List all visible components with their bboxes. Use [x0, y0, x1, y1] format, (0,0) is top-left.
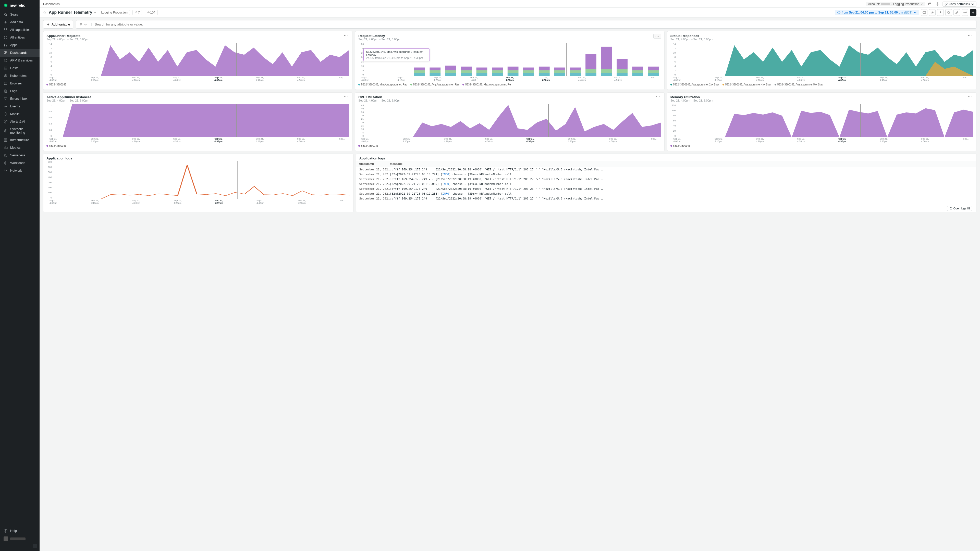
svg-rect-42: [430, 70, 441, 73]
card-title: Memory Utilization: [670, 95, 713, 99]
sidebar-item-alerts-ai[interactable]: Alerts & AI: [0, 118, 40, 125]
legend-item[interactable]: 533243300146, Avg Aws.apprunner. Request…: [410, 83, 459, 86]
k8s-icon: [3, 74, 8, 78]
table-row[interactable]: September 21, 2022…[32m[2022-09-21T20:08…: [356, 172, 976, 177]
sidebar-item-all-capabilities[interactable]: All capabilities: [0, 26, 40, 34]
account-picker[interactable]: Account: - Logging Production: [866, 2, 925, 6]
sidebar: new relic SearchAdd dataAll capabilities…: [0, 0, 40, 551]
copy-button[interactable]: [945, 9, 952, 16]
time-range-picker[interactable]: from Sep 21, 04:00 pm to Sep 21, 05:00 p…: [835, 10, 919, 15]
brand-logo[interactable]: new relic: [0, 0, 40, 10]
sidebar-item-logs[interactable]: Logs: [0, 87, 40, 95]
xaxis: Sep 21,4:00pmSep 21,4:10pmSep 21,4:20pmS…: [670, 138, 973, 143]
breadcrumb[interactable]: Dashboards: [43, 2, 60, 6]
svg-rect-81: [632, 70, 643, 73]
sidebar-item-dashboards[interactable]: Dashboards: [0, 49, 40, 57]
svg-rect-58: [508, 67, 519, 70]
card-menu[interactable]: ⋯: [343, 95, 349, 98]
legend-item[interactable]: 533243300146, Aws.apprunner.4xx Status R…: [722, 83, 771, 86]
filter-dropdown[interactable]: [76, 23, 92, 26]
work-icon: [3, 161, 8, 165]
card-menu[interactable]: ⋯: [967, 34, 973, 37]
table-row[interactable]: September 21, 2022…::ffff:169.254.175.24…: [356, 167, 976, 172]
sidebar-item-errors-inbox[interactable]: Errors inbox: [0, 95, 40, 103]
user-menu[interactable]: [0, 535, 40, 543]
search-input[interactable]: [92, 21, 976, 28]
sidebar-item-events[interactable]: Events: [0, 103, 40, 110]
download-icon: [939, 11, 942, 14]
legend-item[interactable]: 533243300146: [358, 144, 378, 147]
card-menu[interactable]: ⋯: [967, 95, 973, 98]
legend-item[interactable]: 533243300146: [46, 144, 66, 147]
open-logs-button[interactable]: Open logs UI: [947, 206, 972, 211]
sidebar-item-all-entities[interactable]: All entities: [0, 34, 40, 41]
svg-rect-68: [570, 73, 581, 76]
sidebar-item-apps[interactable]: Apps: [0, 41, 40, 49]
svg-rect-4: [6, 30, 7, 31]
sidebar-item-synthetic-monitoring[interactable]: Synthetic monitoring: [0, 125, 40, 136]
tags-chip[interactable]: 7: [132, 10, 142, 15]
main: Dashboards Account: - Logging Production…: [40, 0, 980, 551]
code-button[interactable]: [929, 9, 935, 16]
svg-rect-15: [4, 68, 7, 69]
sidebar-item-browser[interactable]: Browser: [0, 79, 40, 87]
sidebar-item-infrastructure[interactable]: Infrastructure: [0, 136, 40, 144]
nav-label: Network: [10, 169, 22, 172]
help-link[interactable]: ? Help: [0, 527, 40, 535]
card-menu[interactable]: ⋯: [344, 156, 350, 159]
legend-item[interactable]: 533243300146, Max Aws.apprunner. Request…: [463, 83, 511, 86]
legend-item[interactable]: 533243300146, Aws.apprunner.5xx Status R…: [775, 83, 823, 86]
download-button[interactable]: [937, 9, 944, 16]
sidebar-item-metrics[interactable]: Metrics: [0, 144, 40, 151]
legend-item[interactable]: 533243300146, Aws.apprunner.2xx Status R…: [670, 83, 719, 86]
svg-rect-49: [461, 67, 472, 70]
dashboard-title[interactable]: App Runner Telemetry: [49, 10, 96, 15]
sidebar-item-apm-services[interactable]: APM & services: [0, 57, 40, 64]
info-button[interactable]: ?: [935, 1, 940, 7]
copy-permalink-button[interactable]: Copy permalink: [942, 2, 977, 6]
card-menu[interactable]: ⋯: [964, 156, 970, 159]
chevron-down-icon: [971, 2, 975, 6]
sidebar-item-serverless[interactable]: Serverless: [0, 151, 40, 159]
sidebar-item-search[interactable]: Search: [0, 11, 40, 18]
svg-rect-48: [461, 70, 472, 73]
env-chip[interactable]: Logging Production: [99, 10, 130, 15]
svg-rect-56: [508, 73, 519, 76]
col-message[interactable]: message: [390, 162, 973, 165]
collapse-sidebar[interactable]: |←: [0, 543, 40, 549]
svg-rect-59: [523, 73, 534, 76]
sidebar-item-network[interactable]: Network: [0, 167, 40, 175]
sidebar-item-kubernetes[interactable]: Kubernetes: [0, 72, 40, 79]
card-menu[interactable]: ⋯: [653, 34, 661, 38]
col-timestamp[interactable]: timestamp: [360, 162, 390, 165]
table-row[interactable]: September 21, 2022…[32m[2022-09-21T20:08…: [356, 191, 976, 196]
favorite-star[interactable]: ☆: [43, 11, 46, 14]
legend-item[interactable]: 533243300146, Min Aws.apprunner. Request…: [358, 83, 407, 86]
sidebar-item-hosts[interactable]: Hosts: [0, 64, 40, 72]
sidebar-item-workloads[interactable]: Workloads: [0, 159, 40, 167]
card-menu[interactable]: ⋯: [343, 34, 349, 37]
add-widget-button[interactable]: [970, 9, 977, 16]
table-row[interactable]: September 21, 2022…::ffff:169.254.175.24…: [356, 196, 976, 201]
card-menu[interactable]: ⋯: [655, 95, 661, 98]
tv-mode-button[interactable]: [921, 9, 928, 16]
sidebar-item-mobile[interactable]: Mobile: [0, 110, 40, 118]
settings-button[interactable]: [962, 9, 968, 16]
views-chip[interactable]: 104: [145, 10, 158, 15]
nav-label: Dashboards: [10, 51, 27, 55]
legend-item[interactable]: 533243300146: [670, 144, 690, 147]
calendar-button[interactable]: [927, 1, 933, 7]
svg-rect-82: [632, 67, 643, 70]
link-icon: [944, 2, 948, 6]
cell-message: ::ffff:169.254.175.249 - - [21/Sep/2022:…: [390, 168, 973, 171]
svg-rect-78: [617, 69, 628, 73]
table-row[interactable]: September 21, 2022…::ffff:169.254.175.24…: [356, 177, 976, 182]
add-variable-button[interactable]: Add variable: [43, 20, 73, 29]
svg-rect-44: [445, 73, 456, 76]
svg-rect-40: [414, 68, 425, 70]
sidebar-item-add-data[interactable]: Add data: [0, 18, 40, 26]
table-row[interactable]: September 21, 2022…[32m[2022-09-21T20:08…: [356, 182, 976, 186]
edit-button[interactable]: [953, 9, 960, 16]
legend-item[interactable]: 533243300146: [46, 83, 66, 86]
table-row[interactable]: September 21, 2022…::ffff:169.254.175.24…: [356, 186, 976, 191]
